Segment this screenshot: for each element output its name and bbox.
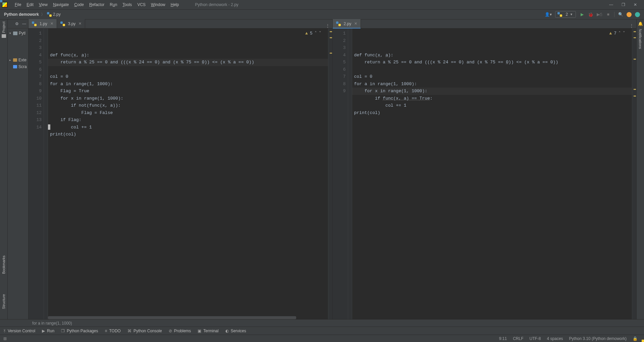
- window-maximize-icon[interactable]: ❐: [621, 2, 625, 7]
- code-area[interactable]: def func(x, a): return a % 25 == 0 and (…: [48, 28, 328, 319]
- tool-run[interactable]: ▶Run: [42, 329, 54, 333]
- menu-file[interactable]: File: [12, 2, 24, 8]
- bell-icon[interactable]: 🔔: [638, 21, 643, 26]
- close-icon[interactable]: ✕: [78, 21, 82, 26]
- ide-update-icon[interactable]: [627, 12, 632, 17]
- window-close-icon[interactable]: ✕: [633, 2, 637, 7]
- window-minimize-icon[interactable]: —: [609, 2, 613, 7]
- editor-right[interactable]: 123456789 def func(x, a): return a % 25 …: [333, 28, 637, 319]
- code-area[interactable]: def func(x, a): return a % 25 == 0 and (…: [352, 28, 632, 319]
- tool-problems[interactable]: ⊘Problems: [169, 329, 191, 333]
- gutter-line-numbers[interactable]: 123456789: [333, 28, 348, 319]
- tab-3py[interactable]: 3.py ✕: [57, 19, 86, 28]
- tool-terminal[interactable]: ▣Terminal: [198, 329, 218, 333]
- tool-tab-structure[interactable]: Structure: [2, 294, 6, 309]
- window-title: Python demowork - 2.py: [195, 2, 238, 7]
- python-file-icon: [47, 12, 52, 17]
- lock-icon[interactable]: 🔒: [630, 336, 641, 341]
- run-config-name: 2: [566, 12, 568, 17]
- close-icon[interactable]: ✕: [354, 21, 357, 26]
- menu-bar: File Edit View Navigate Code Refactor Ru…: [0, 0, 644, 9]
- fold-gutter[interactable]: [348, 28, 352, 319]
- code-with-me-icon[interactable]: 👤▾: [545, 12, 552, 17]
- menu-view[interactable]: View: [36, 2, 50, 8]
- tab-label: 3.py: [68, 21, 76, 26]
- quick-access-icon[interactable]: ⊞: [3, 336, 7, 341]
- editor-tabs-right: 2.py ✕ ⋮: [333, 19, 637, 28]
- tab-label: 1.py: [40, 21, 47, 26]
- menu-edit[interactable]: Edit: [24, 2, 36, 8]
- debug-icon[interactable]: 🐞: [588, 12, 593, 17]
- menu-run[interactable]: Run: [107, 2, 120, 8]
- tree-scratches[interactable]: ▸Scra: [8, 63, 28, 70]
- app-logo-icon: [2, 2, 7, 7]
- warning-count: 7: [614, 30, 616, 37]
- python-file-icon: [336, 21, 341, 26]
- tool-services[interactable]: ◐Services: [225, 329, 246, 333]
- nav-up-icon[interactable]: ˄: [619, 30, 621, 37]
- search-icon[interactable]: 🔍: [618, 12, 623, 17]
- stop-icon[interactable]: ■: [605, 12, 611, 17]
- menu-code[interactable]: Code: [71, 2, 87, 8]
- tab-overflow-icon[interactable]: ⋮: [627, 23, 636, 28]
- run-icon[interactable]: ▶: [579, 12, 585, 17]
- gutter-line-numbers[interactable]: 1234567891011121314: [29, 28, 44, 319]
- status-line-ending[interactable]: CRLF: [510, 336, 526, 341]
- ide-plugin-icon[interactable]: [635, 12, 640, 17]
- status-caret-position[interactable]: 9:11: [496, 336, 510, 341]
- tool-tab-notifications[interactable]: Notifications: [638, 29, 642, 49]
- tree-file[interactable]: [8, 50, 28, 57]
- menu-tools[interactable]: Tools: [120, 2, 135, 8]
- warning-count: 5: [310, 30, 313, 37]
- folder-icon: [13, 32, 17, 35]
- close-icon[interactable]: ✕: [50, 21, 53, 26]
- status-encoding[interactable]: UTF-8: [527, 336, 544, 341]
- tool-version-control[interactable]: ᛡVersion Control: [3, 329, 35, 333]
- gear-icon[interactable]: ⚙: [15, 21, 19, 26]
- tab-overflow-icon[interactable]: ⋮: [323, 23, 332, 28]
- menu-window[interactable]: Window: [148, 2, 168, 8]
- tool-python-console[interactable]: ⌘Python Console: [127, 329, 162, 333]
- editor-splitter: 1.py ✕ 3.py ✕ ⋮ 1234567891011121314 def …: [29, 19, 636, 319]
- menu-navigate[interactable]: Navigate: [50, 2, 71, 8]
- project-tool-window: ⚙ — ▾Pytl ▸Exte ▸Scra: [8, 19, 29, 319]
- tool-tab-project[interactable]: Project: [2, 21, 6, 33]
- status-indent[interactable]: 4 spaces: [544, 336, 566, 341]
- collapse-icon[interactable]: —: [22, 21, 26, 26]
- tree-file[interactable]: [8, 43, 28, 50]
- text-caret: [48, 124, 50, 130]
- menu-refactor[interactable]: Refactor: [87, 2, 107, 8]
- nav-down-icon[interactable]: ˅: [623, 30, 625, 37]
- editor-markers[interactable]: [328, 28, 332, 319]
- scratch-icon: [13, 65, 17, 68]
- nav-down-icon[interactable]: ˅: [319, 30, 321, 37]
- breadcrumb-file[interactable]: 2.py: [53, 12, 61, 17]
- left-tool-strip: Project Bookmarks Structure: [0, 19, 8, 319]
- run-config-selector[interactable]: 2 ▼: [555, 11, 576, 18]
- fold-gutter[interactable]: [44, 28, 48, 319]
- editor-left[interactable]: 1234567891011121314 def func(x, a): retu…: [29, 28, 332, 319]
- warning-icon[interactable]: ▲: [305, 30, 308, 37]
- run-coverage-icon[interactable]: ▶⎙: [597, 12, 602, 17]
- warning-icon[interactable]: ▲: [609, 30, 612, 37]
- python-file-icon: [60, 21, 65, 26]
- status-interpreter[interactable]: Python 3.10 (Python demowork): [566, 336, 630, 341]
- tab-2py[interactable]: 2.py ✕: [333, 19, 361, 28]
- breadcrumb-project[interactable]: Python demowork: [4, 12, 39, 17]
- tool-tab-bookmarks[interactable]: Bookmarks: [2, 255, 6, 274]
- tree-file[interactable]: [8, 37, 28, 43]
- tool-todo[interactable]: ≡TODO: [105, 329, 120, 333]
- editor-markers[interactable]: [632, 28, 636, 319]
- nav-up-icon[interactable]: ˄: [315, 30, 317, 37]
- menu-vcs[interactable]: VCS: [135, 2, 148, 8]
- code-breadcrumb[interactable]: for a in range(1, 1000): [0, 319, 644, 327]
- breadcrumb-separator-icon: 〉: [41, 12, 45, 17]
- status-bar: ⊞ 9:11 CRLF UTF-8 4 spaces Python 3.10 (…: [0, 335, 644, 342]
- tree-external-libs[interactable]: ▸Exte: [8, 57, 28, 63]
- tool-python-packages[interactable]: ❒Python Packages: [61, 329, 98, 333]
- menu-help[interactable]: Help: [168, 2, 182, 8]
- horizontal-scrollbar[interactable]: [48, 316, 324, 319]
- tree-root[interactable]: ▾Pytl: [8, 30, 28, 37]
- python-file-icon: [557, 12, 562, 17]
- tab-1py[interactable]: 1.py ✕: [29, 19, 57, 28]
